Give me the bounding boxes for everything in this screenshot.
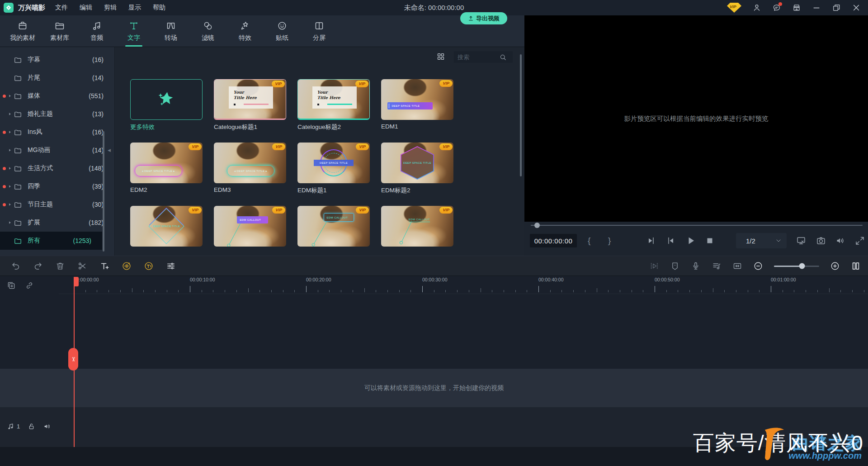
record-voiceover-icon[interactable]	[691, 261, 701, 271]
effect-card-callout-cyan[interactable]: EDM CALLOUTVIP	[297, 206, 370, 247]
tab-贴纸[interactable]: 贴纸	[266, 15, 298, 47]
marker-icon[interactable]	[670, 261, 680, 271]
playhead[interactable]	[74, 277, 79, 286]
add-text-icon[interactable]	[99, 261, 109, 271]
scissors-icon[interactable]	[77, 261, 87, 271]
caret-right-icon[interactable]	[8, 165, 12, 172]
tab-转场[interactable]: 转场	[155, 15, 187, 47]
tab-滤镜[interactable]: 滤镜	[192, 15, 224, 47]
tab-音频[interactable]: 音频	[80, 15, 113, 47]
effect-thumbnail[interactable]: ◂ DEEP SPACE TITLE ▸VIP	[130, 143, 203, 183]
timeline-ruler[interactable]: 00:00:00:0000:00:10:0000:00:20:0000:00:3…	[59, 276, 868, 294]
menu-编辑[interactable]: 编辑	[80, 4, 92, 12]
effect-card-更多特效[interactable]: 更多特效	[130, 79, 203, 131]
caret-right-icon[interactable]	[8, 92, 12, 100]
search-input[interactable]	[454, 54, 499, 61]
fit-timeline-icon[interactable]	[732, 261, 742, 271]
sidebar-item-婚礼主题[interactable]: 婚礼主题(13)	[0, 105, 114, 123]
timeline-zoom-slider[interactable]	[774, 266, 819, 267]
effect-thumbnail[interactable]: DEEP SPACE TITLEVIP	[297, 143, 370, 183]
library-scrollbar[interactable]	[520, 54, 522, 176]
audio-mixer-icon[interactable]	[712, 261, 722, 271]
effect-card-EDM2[interactable]: ◂ DEEP SPACE TITLE ▸VIPEDM2	[130, 143, 203, 193]
effect-thumbnail[interactable]: EDM CALLOUTVIP	[381, 206, 453, 247]
sidebar-item-四季[interactable]: 四季(39)	[0, 177, 114, 195]
collapse-sidebar-icon[interactable]: ◀	[108, 148, 111, 152]
zoom-in-icon[interactable]	[830, 261, 840, 271]
tab-分屏[interactable]: 分屏	[303, 15, 335, 47]
effect-card-EDM标题2[interactable]: DEEP SPACE TITLEVIPEDM标题2	[381, 143, 453, 195]
caret-right-icon[interactable]	[8, 147, 12, 154]
sidebar-item-字幕[interactable]: 字幕(16)	[0, 51, 114, 69]
track-manager-icon[interactable]	[851, 261, 861, 271]
effect-thumbnail[interactable]: YourTitle HereVIP	[297, 79, 370, 120]
effect-thumbnail[interactable]: YourTitle HereVIP	[214, 79, 286, 120]
effect-card-EDM1[interactable]: DEEP SPACE TITLEVIPEDM1	[381, 79, 453, 130]
monitor-icon[interactable]	[796, 235, 807, 246]
export-button[interactable]: 导出视频	[460, 12, 507, 24]
add-track-icon[interactable]	[7, 281, 16, 290]
previous-frame-icon[interactable]	[646, 235, 656, 246]
audio-denoise-icon[interactable]	[122, 261, 132, 271]
undo-icon[interactable]	[11, 261, 21, 271]
mute-track-icon[interactable]	[43, 422, 52, 431]
sidebar-item-MG动画[interactable]: MG动画(14)	[0, 141, 114, 159]
stop-icon[interactable]	[704, 235, 715, 246]
tab-素材库[interactable]: 素材库	[43, 15, 76, 47]
sidebar-item-扩展[interactable]: 扩展(182)	[0, 214, 114, 232]
snapshot-icon[interactable]	[816, 235, 826, 246]
trash-icon[interactable]	[55, 261, 65, 271]
tab-我的素材[interactable]: 我的素材	[6, 15, 39, 47]
effect-card-Catelogue标题1[interactable]: YourTitle HereVIPCatelogue标题1	[214, 79, 286, 131]
caret-right-icon[interactable]	[8, 219, 12, 226]
effect-thumbnail[interactable]: DEEP SPACE TITLEVIP	[381, 143, 453, 183]
effect-thumbnail[interactable]: ◂ DEEP SPACE TITLE ▸VIP	[214, 143, 286, 183]
sidebar-item-媒体[interactable]: 媒体(551)	[0, 87, 114, 105]
mark-out-button[interactable]: }	[608, 234, 611, 247]
zoom-out-icon[interactable]	[753, 261, 763, 271]
caret-right-icon[interactable]	[8, 183, 12, 190]
menu-帮助[interactable]: 帮助	[153, 4, 165, 12]
close-icon[interactable]	[852, 3, 861, 12]
render-preview-icon[interactable]	[649, 261, 659, 271]
redo-icon[interactable]	[33, 261, 43, 271]
restore-icon[interactable]	[832, 3, 841, 12]
sidebar-item-生活方式[interactable]: 生活方式(148)	[0, 159, 114, 177]
text-to-speech-icon[interactable]	[144, 261, 154, 271]
fullscreen-icon[interactable]	[854, 235, 865, 246]
menu-剪辑[interactable]: 剪辑	[104, 4, 117, 12]
sidebar-item-所有[interactable]: 所有(1253)	[0, 232, 102, 250]
effect-card-EDM3[interactable]: ◂ DEEP SPACE TITLE ▸VIPEDM3	[214, 143, 286, 193]
effect-card-Catelogue标题2[interactable]: YourTitle HereVIPCatelogue标题2	[297, 79, 370, 131]
lock-icon[interactable]	[27, 422, 36, 431]
playhead-split-handle[interactable]: ✂	[68, 348, 78, 371]
effect-card-callout-purple[interactable]: EDM CALLOUTVIP	[214, 206, 286, 247]
sidebar-item-片尾[interactable]: 片尾(14)	[0, 69, 114, 87]
effect-thumbnail[interactable]	[130, 79, 203, 120]
volume-icon[interactable]	[835, 235, 846, 246]
sidebar-item-Ins风[interactable]: Ins风(16)	[0, 123, 114, 141]
effect-card-diamond[interactable]: DEEP SPACE TITLEVIP	[130, 206, 203, 247]
video-track[interactable]: 可以将素材或资源拖动到这里，开始创建你的视频 1	[0, 369, 868, 407]
caret-right-icon[interactable]	[8, 128, 12, 136]
preview-quality-dropdown[interactable]: 1/2	[736, 233, 787, 248]
effect-thumbnail[interactable]: DEEP SPACE TITLEVIP	[381, 79, 453, 120]
effect-card-EDM标题1[interactable]: DEEP SPACE TITLEVIPEDM标题1	[297, 143, 370, 195]
next-frame-icon[interactable]	[665, 235, 676, 246]
tab-特效[interactable]: 特效	[229, 15, 261, 47]
menu-显示[interactable]: 显示	[128, 4, 141, 12]
store-icon[interactable]	[792, 3, 801, 12]
tab-文字[interactable]: 文字	[118, 15, 150, 47]
effect-card-callout-text[interactable]: EDM CALLOUTVIP	[381, 206, 453, 247]
user-icon[interactable]	[752, 3, 761, 12]
play-icon[interactable]	[685, 235, 696, 246]
effect-thumbnail[interactable]: DEEP SPACE TITLEVIP	[130, 206, 203, 247]
menu-文件[interactable]: 文件	[55, 4, 68, 12]
feedback-icon[interactable]	[772, 3, 781, 12]
sidebar-scrollbar[interactable]	[103, 131, 104, 252]
link-icon[interactable]	[25, 281, 34, 290]
scrubber-handle[interactable]	[534, 223, 540, 228]
adjust-icon[interactable]	[166, 261, 176, 271]
effect-thumbnail[interactable]: EDM CALLOUTVIP	[214, 206, 286, 247]
minimize-icon[interactable]	[812, 3, 821, 12]
